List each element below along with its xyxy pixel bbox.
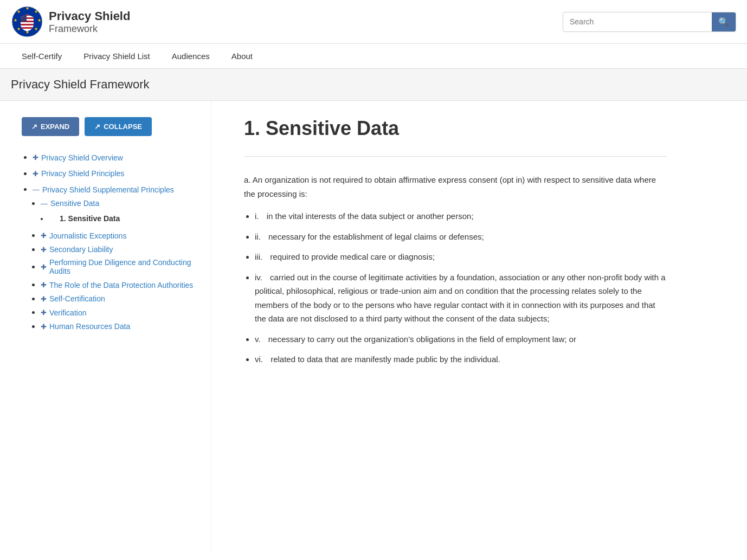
sidebar-nav: ✚ Privacy Shield Overview ✚ Privacy Shie… (22, 152, 200, 331)
item-text: related to data that are manifestly made… (271, 355, 500, 364)
nav-link-label: Privacy Shield Overview (41, 153, 123, 162)
nav-item-privacy-shield-list[interactable]: Privacy Shield List (73, 44, 161, 68)
header: ★ ★ ★ ★ ★ ★ ★ ★ (0, 0, 747, 44)
svg-text:★: ★ (34, 27, 38, 31)
nav-link-dpa-role[interactable]: ✚ The Role of the Data Protection Author… (41, 281, 193, 289)
sub-list: — Sensitive Data 1. Sensitive Data ✚ Jou… (33, 198, 200, 331)
nav-link-label: Secondary Liability (49, 245, 113, 254)
svg-text:★: ★ (34, 9, 38, 14)
expand-icon: ↗ (31, 123, 37, 131)
list-item: ✚ Secondary Liability (41, 244, 200, 254)
nav-link-label: The Role of the Data Protection Authorit… (49, 281, 193, 289)
search-area: 🔍 (563, 12, 736, 32)
main-content: 1. Sensitive Data a. An organization is … (211, 101, 699, 552)
list-item: iv. carried out in the course of legitim… (255, 271, 667, 326)
list-item: ✚ Performing Due Diligence and Conductin… (41, 258, 200, 275)
plus-icon: ✚ (41, 231, 47, 240)
current-page-item: 1. Sensitive Data (49, 211, 200, 226)
item-text: necessary to carry out the organization'… (268, 334, 576, 344)
collapse-button[interactable]: ↗ COLLAPSE (85, 117, 152, 136)
nav-link-label: Privacy Shield Principles (41, 169, 124, 178)
nav-link-overview[interactable]: ✚ Privacy Shield Overview (33, 153, 123, 162)
main-nav: Self-Certify Privacy Shield List Audienc… (0, 44, 747, 69)
content-title: 1. Sensitive Data (244, 117, 667, 140)
plus-icon: ✚ (33, 153, 38, 162)
content-list: i. in the vital interests of the data su… (244, 209, 667, 366)
svg-text:★: ★ (14, 18, 17, 23)
nav-link-journalistic[interactable]: ✚ Journalistic Exceptions (41, 231, 126, 240)
nav-item-self-certify[interactable]: Self-Certify (11, 44, 73, 68)
list-item: vi. related to data that are manifestly … (255, 352, 667, 366)
minus-icon: — (41, 199, 48, 208)
expand-label: EXPAND (41, 123, 69, 131)
svg-text:★: ★ (37, 18, 41, 23)
item-label: ii. (255, 232, 261, 241)
nav-link-due-diligence[interactable]: ✚ Performing Due Diligence and Conductin… (41, 258, 200, 275)
nav-link-label: Self-Certification (49, 294, 105, 303)
logo-text: Privacy Shield Framework (49, 9, 130, 35)
sidebar-buttons: ↗ EXPAND ↗ COLLAPSE (22, 117, 200, 136)
collapse-icon: ↗ (94, 123, 100, 131)
nav-item-about[interactable]: About (221, 44, 263, 68)
content-divider (244, 156, 667, 157)
list-item: ✚ Human Resources Data (41, 321, 200, 331)
item-label: iv. (255, 273, 262, 282)
item-text: carried out in the course of legitimate … (255, 273, 666, 324)
list-item: ✚ Journalistic Exceptions (41, 230, 200, 240)
list-item: i. in the vital interests of the data su… (255, 209, 667, 223)
nav-link-label: Verification (49, 308, 86, 317)
expand-button[interactable]: ↗ EXPAND (22, 117, 79, 136)
minus-icon: — (33, 185, 40, 194)
nav-link-label: Privacy Shield Supplemental Principles (42, 185, 174, 194)
list-item: ✚ Self-Certification (41, 294, 200, 304)
plus-icon: ✚ (41, 246, 47, 254)
nav-link-verification[interactable]: ✚ Verification (41, 308, 86, 317)
list-item: ✚ Verification (41, 307, 200, 317)
svg-text:★: ★ (17, 9, 21, 14)
plus-icon: ✚ (41, 263, 47, 271)
plus-icon: ✚ (41, 323, 47, 331)
list-item: ✚ The Role of the Data Protection Author… (41, 280, 200, 289)
item-label: i. (255, 211, 259, 221)
plus-icon: ✚ (33, 170, 38, 178)
item-label: v. (255, 334, 261, 344)
search-input[interactable] (563, 13, 712, 30)
item-text: in the vital interests of the data subje… (267, 211, 474, 221)
nav-item-audiences[interactable]: Audiences (161, 44, 221, 68)
nav-link-sensitive-data[interactable]: — Sensitive Data (41, 199, 99, 208)
list-item: v. necessary to carry out the organizati… (255, 332, 667, 346)
svg-text:★: ★ (17, 27, 21, 31)
list-item: ✚ Privacy Shield Overview (33, 152, 200, 162)
nav-link-hr-data[interactable]: ✚ Human Resources Data (41, 322, 130, 331)
search-button[interactable]: 🔍 (712, 12, 736, 31)
svg-rect-16 (21, 25, 34, 27)
list-item: ii. necessary for the establishment of l… (255, 230, 667, 244)
item-text: necessary for the establishment of legal… (268, 232, 484, 241)
nav-link-label: Performing Due Diligence and Conducting … (49, 258, 200, 275)
nav-link-label: Journalistic Exceptions (49, 231, 126, 240)
nav-link-self-cert[interactable]: ✚ Self-Certification (41, 294, 105, 303)
main-layout: ↗ EXPAND ↗ COLLAPSE ✚ Privacy Shield Ove… (0, 101, 747, 552)
collapse-label: COLLAPSE (104, 123, 142, 131)
item-text: required to provide medical care or diag… (270, 252, 435, 261)
item-label: vi. (255, 355, 263, 364)
content-intro: a. An organization is not required to ob… (244, 173, 667, 201)
nav-link-label: Sensitive Data (50, 199, 99, 208)
list-item: iii. required to provide medical care or… (255, 250, 667, 264)
list-item: ✚ Privacy Shield Principles (33, 169, 200, 178)
svg-rect-15 (21, 24, 34, 25)
list-item: — Privacy Shield Supplemental Principles… (33, 184, 200, 331)
list-item: — Sensitive Data 1. Sensitive Data (41, 198, 200, 227)
svg-rect-17 (21, 27, 34, 29)
nav-link-principles[interactable]: ✚ Privacy Shield Principles (33, 169, 124, 178)
logo-area: ★ ★ ★ ★ ★ ★ ★ ★ (11, 5, 130, 38)
plus-icon: ✚ (41, 308, 47, 317)
nav-link-label: Human Resources Data (49, 322, 130, 331)
current-item-list: 1. Sensitive Data (41, 211, 200, 226)
plus-icon: ✚ (41, 295, 47, 303)
svg-text:★: ★ (25, 6, 29, 11)
svg-rect-14 (21, 22, 34, 24)
nav-link-supplemental[interactable]: — Privacy Shield Supplemental Principles (33, 185, 174, 194)
page-title-bar: Privacy Shield Framework (0, 69, 747, 101)
nav-link-secondary[interactable]: ✚ Secondary Liability (41, 245, 113, 254)
